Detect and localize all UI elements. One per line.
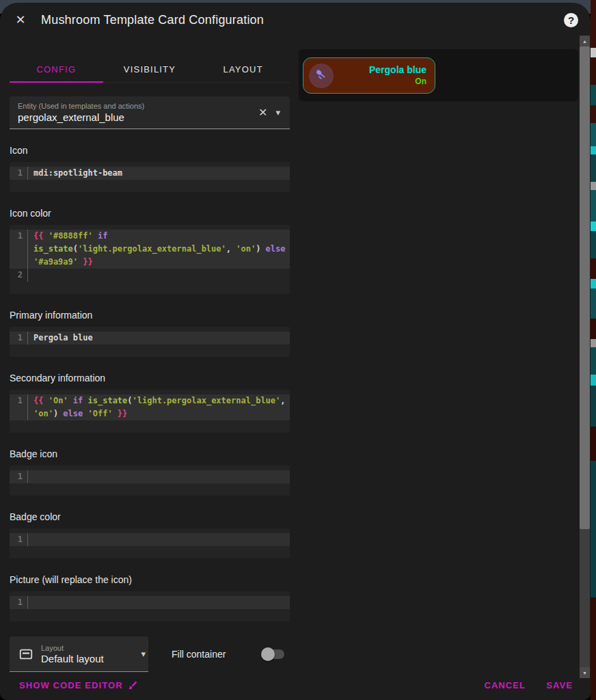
scrollbar[interactable]: ▲ ▼: [580, 36, 590, 678]
layout-select-label: Layout: [41, 644, 138, 652]
clear-icon[interactable]: ✕: [253, 106, 273, 119]
line-number: 1: [10, 332, 27, 345]
fill-container-label: Fill container: [172, 649, 226, 660]
show-code-editor-label: SHOW CODE EDITOR: [19, 680, 123, 690]
code-content: is_state('light.pergolax_external_blue',…: [27, 243, 290, 256]
layout-row: Layout Default layout ▾ Fill container: [10, 636, 290, 672]
layout-icon: [18, 647, 33, 662]
line-number: 1: [10, 230, 27, 243]
close-icon[interactable]: ✕: [12, 12, 29, 28]
icon-color-code-editor[interactable]: 1{{ '#8888ff' ifis_state('light.pergolax…: [10, 225, 290, 294]
background-page-edge: [591, 0, 596, 700]
section-label: Badge icon: [10, 448, 290, 459]
code-line: 1: [10, 470, 290, 483]
code-content: {{ '#8888ff' if: [27, 230, 290, 243]
badge-icon-code-editor[interactable]: 1: [10, 466, 290, 496]
fill-container-toggle[interactable]: [261, 647, 286, 661]
code-content: 'on') else 'Off' }}: [27, 407, 290, 420]
badge-color-code-editor[interactable]: 1: [10, 528, 290, 558]
layout-select-texts: Layout Default layout: [41, 644, 138, 664]
tab-layout[interactable]: LAYOUT: [196, 57, 290, 82]
scroll-up-icon[interactable]: ▲: [580, 36, 590, 46]
line-number: [10, 243, 27, 256]
entity-texts: Entity (Used in templates and actions) p…: [18, 102, 253, 123]
dialog-footer: SHOW CODE EDITOR CANCEL SAVE: [0, 675, 591, 700]
chevron-down-icon: ▾: [138, 649, 148, 659]
section-label: Secondary information: [10, 373, 290, 383]
primary-information-code-editor[interactable]: 1Pergola blue: [10, 327, 290, 357]
section-label: Picture (will replace the icon): [10, 574, 290, 585]
secondary-information-code-editor[interactable]: 1{{ 'On' if is_state('light.pergolax_ext…: [10, 390, 290, 433]
code-content: {{ 'On' if is_state('light.pergolax_exte…: [27, 394, 290, 407]
help-icon[interactable]: ?: [564, 13, 578, 27]
code-line: '#a9a9a9' }}: [10, 256, 290, 269]
card-preview-panel: Pergola blue On: [299, 49, 578, 101]
brush-icon: [128, 680, 138, 690]
section-icon: Icon1mdi:spotlight-beam: [10, 145, 290, 192]
scrollbar-thumb[interactable]: [580, 46, 590, 529]
section-secondary-information: Secondary information1{{ 'On' if is_stat…: [10, 373, 290, 433]
entity-label: Entity (Used in templates and actions): [18, 102, 253, 110]
line-number: [10, 407, 27, 420]
code-line: 1{{ 'On' if is_state('light.pergolax_ext…: [10, 394, 290, 407]
card-secondary-text: On: [334, 77, 426, 87]
code-line: is_state('light.pergolax_external_blue',…: [10, 243, 290, 256]
toggle-knob: [261, 647, 275, 661]
card-configuration-dialog: ✕ Mushroom Template Card Configuration ?…: [0, 3, 591, 700]
line-number: 1: [10, 394, 27, 407]
mushroom-card-preview[interactable]: Pergola blue On: [303, 57, 435, 94]
line-number: 1: [10, 167, 27, 180]
line-number: 1: [10, 470, 27, 483]
tab-visibility[interactable]: VISIBILITY: [103, 57, 197, 82]
icon-code-editor[interactable]: 1mdi:spotlight-beam: [10, 162, 290, 192]
section-primary-information: Primary information1Pergola blue: [10, 310, 290, 357]
spotlight-beam-icon: [314, 69, 328, 83]
code-content: Pergola blue: [27, 332, 290, 345]
section-label: Badge color: [10, 511, 290, 522]
card-texts: Pergola blue On: [334, 64, 426, 87]
config-form: CONFIGVISIBILITYLAYOUT Entity (Used in t…: [10, 57, 290, 672]
section-label: Primary information: [10, 310, 290, 321]
code-line: 1Pergola blue: [10, 332, 290, 345]
page: ✕ Mushroom Template Card Configuration ?…: [0, 0, 596, 700]
code-line: 1: [10, 596, 290, 609]
code-content: [27, 269, 290, 282]
show-code-editor-button[interactable]: SHOW CODE EDITOR: [19, 680, 138, 690]
footer-actions: CANCEL SAVE: [484, 680, 573, 690]
section-label: Icon: [10, 145, 290, 156]
code-content: [27, 533, 290, 546]
save-button[interactable]: SAVE: [546, 680, 573, 690]
code-line: 1{{ '#8888ff' if: [10, 230, 290, 243]
section-badge-icon: Badge icon1: [10, 448, 290, 496]
code-content: mdi:spotlight-beam: [27, 167, 290, 180]
line-number: 1: [10, 596, 27, 609]
entity-picker[interactable]: Entity (Used in templates and actions) p…: [10, 96, 290, 129]
entity-value: pergolax_external_blue: [18, 111, 253, 123]
line-number: 1: [10, 533, 27, 546]
picture-will-replace-the-icon-code-editor[interactable]: 1: [10, 591, 290, 621]
line-number: [10, 256, 27, 269]
code-line: 2: [10, 269, 290, 282]
layout-select-value: Default layout: [41, 653, 138, 664]
layout-select[interactable]: Layout Default layout ▾: [10, 636, 148, 672]
section-label: Icon color: [10, 208, 290, 219]
dialog-header: ✕ Mushroom Template Card Configuration ?: [0, 3, 591, 37]
card-icon-circle: [309, 64, 334, 88]
code-content: '#a9a9a9' }}: [27, 256, 290, 269]
cancel-button[interactable]: CANCEL: [484, 680, 526, 690]
card-primary-text: Pergola blue: [334, 64, 426, 77]
section-picture-will-replace-the-icon: Picture (will replace the icon)1: [10, 574, 290, 621]
code-content: [27, 596, 290, 609]
code-line: 1: [10, 533, 290, 546]
scroll-down-icon[interactable]: ▼: [580, 667, 590, 678]
line-number: 2: [10, 269, 27, 282]
chevron-down-icon[interactable]: ▾: [273, 107, 283, 118]
code-content: [27, 470, 290, 483]
section-badge-color: Badge color1: [10, 511, 290, 558]
tab-bar: CONFIGVISIBILITYLAYOUT: [10, 57, 290, 83]
section-icon-color: Icon color1{{ '#8888ff' ifis_state('ligh…: [10, 208, 290, 294]
code-line: 1mdi:spotlight-beam: [10, 167, 290, 180]
code-line: 'on') else 'Off' }}: [10, 407, 290, 420]
template-editors: Icon1mdi:spotlight-beamIcon color1{{ '#8…: [10, 145, 290, 621]
tab-config[interactable]: CONFIG: [10, 57, 103, 82]
